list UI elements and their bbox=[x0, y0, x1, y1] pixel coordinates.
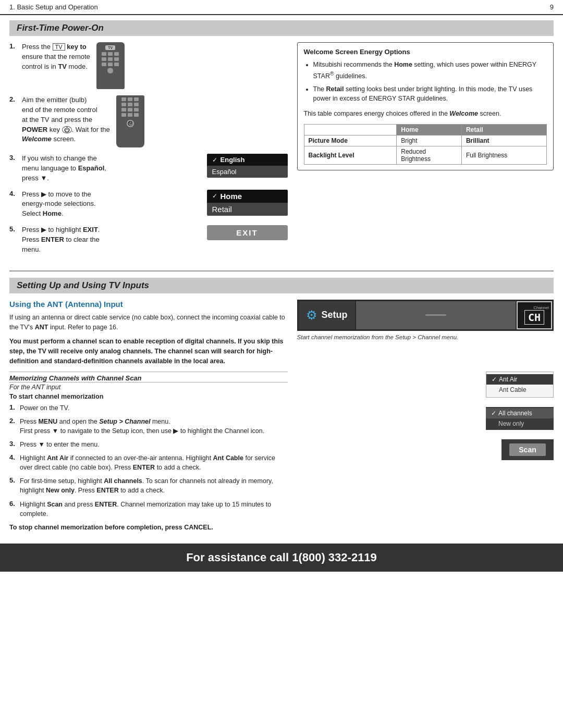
step-5: 5. Press ▶ to highlight EXIT.Press ENTER… bbox=[9, 225, 288, 255]
section-divider bbox=[9, 270, 554, 272]
setup-right-col: ⚙ Setup Channel CH Start channel memoriz… bbox=[297, 300, 554, 531]
section1-title: First-Time Power-On bbox=[17, 23, 546, 33]
step-1: 1. Press the TV key toensure that the re… bbox=[9, 42, 288, 89]
to-start-heading: To start channel memorization bbox=[9, 393, 288, 400]
scan-step-1: 1. Power on the TV. bbox=[9, 403, 288, 413]
col-home: Home bbox=[397, 124, 462, 135]
footer-text: For assistance call 1(800) 332-2119 bbox=[186, 551, 377, 564]
menu-illustration-home-retail: ✓ Home Retail bbox=[207, 190, 288, 216]
section1-header: First-Time Power-On bbox=[9, 20, 554, 36]
setup-left-col: Using the ANT (Antenna) Input If using a… bbox=[9, 300, 288, 531]
setup-caption: Start channel memorization from the Setu… bbox=[297, 334, 554, 340]
step-4: 4. Press ▶ to move to theenergy-mode sel… bbox=[9, 190, 288, 219]
section1-left-col: 1. Press the TV key toensure that the re… bbox=[9, 42, 288, 261]
ant-warning: You must perform a channel scan to enabl… bbox=[9, 337, 288, 366]
section2-header: Setting Up and Using TV Inputs bbox=[9, 278, 554, 293]
first-time-section: First-Time Power-On 1. Press the TV key … bbox=[9, 20, 554, 261]
scan-step-4: 4. Highlight Ant Air if connected to an … bbox=[9, 453, 288, 472]
subsection-title: Using the ANT (Antenna) Input bbox=[9, 300, 288, 309]
setup-screenshot-container: ⚙ Setup Channel CH bbox=[297, 300, 554, 331]
scan-button-illustration: Scan bbox=[501, 439, 554, 460]
section1-right-col: Welcome Screen Energy Options Mitsubishi… bbox=[297, 42, 554, 261]
energy-options-box: Welcome Screen Energy Options Mitsubishi… bbox=[297, 42, 554, 170]
page-footer: For assistance call 1(800) 332-2119 bbox=[0, 544, 563, 572]
channel-box: Channel CH bbox=[517, 301, 552, 329]
channel-options-illustration: ✓ All channels ✓ New only bbox=[486, 407, 554, 430]
remote-illustration-1: TV bbox=[96, 42, 127, 89]
memorizing-heading: Memorizing Channels with Channel Scan bbox=[9, 374, 288, 382]
table-row: Backlight Level ReducedBrightness Full B… bbox=[304, 146, 546, 164]
ant-intro: If using an antenna or direct cable serv… bbox=[9, 313, 288, 333]
step-2: 2. Aim the emitter (bulb)end of the remo… bbox=[9, 95, 288, 147]
scan-step-3: 3. Press ▼ to enter the menu. bbox=[9, 440, 288, 449]
bullet-1: Mitsubishi recommends the Home setting, … bbox=[313, 60, 547, 81]
ant-options-illustration: ✓ Ant Air ✓ Ant Cable bbox=[486, 372, 554, 398]
for-ant-input: For the ANT input bbox=[9, 384, 288, 391]
scan-steps: 1. Power on the TV. 2. Press MENU and op… bbox=[9, 403, 288, 519]
all-channels-label: All channels bbox=[498, 410, 532, 417]
new-only-label: New only bbox=[498, 420, 524, 427]
energy-table: Home Retail Picture Mode Bright Brillian… bbox=[304, 124, 547, 165]
bullet-2: The Retail setting looks best under brig… bbox=[313, 84, 547, 104]
scan-step-5: 5. For first-time setup, highlight All c… bbox=[9, 476, 288, 495]
header-title: 1. Basic Setup and Operation bbox=[9, 3, 98, 11]
page-number: 9 bbox=[550, 3, 554, 11]
setup-screenshot: ⚙ Setup Channel CH bbox=[297, 300, 554, 331]
section2-title: Setting Up and Using TV Inputs bbox=[17, 280, 546, 291]
menu-illustration-english-espanol: ✓ English Español bbox=[207, 154, 288, 178]
energy-box-title: Welcome Screen Energy Options bbox=[304, 48, 547, 56]
col-retail: Retail bbox=[461, 124, 546, 135]
scan-label: Scan bbox=[509, 443, 545, 456]
step-3: 3. If you wish to change themenu languag… bbox=[9, 154, 288, 183]
setup-gear-icon: ⚙ bbox=[306, 308, 317, 323]
menu-illustration-exit: EXIT bbox=[207, 225, 288, 240]
remote-illustration-2: ⏻ bbox=[116, 95, 146, 147]
table-row: Picture Mode Bright Brilliant bbox=[304, 135, 546, 146]
energy-bullets: Mitsubishi recommends the Home setting, … bbox=[304, 60, 547, 104]
scan-step-6: 6. Highlight Scan and press ENTER. Chann… bbox=[9, 500, 288, 519]
scan-step-2: 2. Press MENU and open the Setup > Chann… bbox=[9, 417, 288, 436]
stop-note: To stop channel memorization before comp… bbox=[9, 524, 288, 531]
section2: Setting Up and Using TV Inputs Using the… bbox=[9, 278, 554, 531]
page-header: 1. Basic Setup and Operation 9 bbox=[0, 0, 563, 15]
